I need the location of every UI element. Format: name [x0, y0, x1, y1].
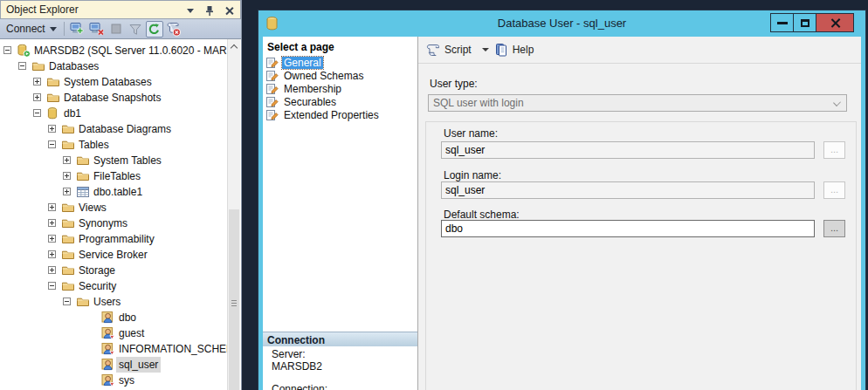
- tree-item-system-tables[interactable]: System Tables: [0, 153, 227, 168]
- connect-server-icon[interactable]: [69, 21, 86, 38]
- expand-icon[interactable]: [48, 219, 56, 227]
- close-button[interactable]: [816, 13, 854, 32]
- pin-icon[interactable]: [203, 4, 216, 17]
- tree-item-label: Tables: [76, 137, 112, 153]
- default-schema-field[interactable]: [441, 220, 815, 237]
- select-page-pane: Select a page GeneralOwned SchemasMember…: [263, 37, 418, 390]
- page-item-general[interactable]: General: [265, 56, 323, 69]
- tree-item-dbo-table1[interactable]: dbo.table1: [0, 184, 227, 200]
- page-item-owned-schemas[interactable]: Owned Schemas: [265, 69, 365, 82]
- tree-item-sql-user[interactable]: sql_user: [0, 357, 227, 373]
- collapse-icon[interactable]: [48, 140, 56, 148]
- tree-item-database-snapshots[interactable]: Database Snapshots: [0, 90, 227, 106]
- close-panel-icon[interactable]: [223, 4, 235, 17]
- help-button[interactable]: Help: [494, 43, 534, 57]
- expand-icon[interactable]: [48, 203, 56, 211]
- default-schema-browse-button[interactable]: ...: [823, 220, 845, 237]
- tree-item-label: Databases: [46, 58, 101, 74]
- login-name-field[interactable]: [441, 181, 815, 199]
- expand-icon[interactable]: [48, 235, 56, 243]
- tree-item-database-diagrams[interactable]: Database Diagrams: [0, 121, 227, 137]
- table-icon: [76, 185, 90, 199]
- user-type-combobox[interactable]: SQL user with login: [428, 94, 847, 112]
- expand-icon[interactable]: [48, 250, 56, 258]
- minimize-button[interactable]: [770, 13, 794, 32]
- folder-icon: [61, 216, 75, 230]
- connection-header: Connection: [263, 332, 417, 346]
- collapse-icon[interactable]: [3, 46, 11, 54]
- tree-item-filetables[interactable]: FileTables: [0, 168, 227, 184]
- folder-icon: [61, 279, 75, 293]
- user-type-label: User type:: [430, 78, 478, 90]
- page-item-membership[interactable]: Membership: [265, 82, 343, 95]
- select-page-header: Select a page: [263, 37, 417, 53]
- scroll-up-icon[interactable]: [228, 39, 240, 53]
- tree-item-label: sql_user: [116, 357, 161, 373]
- login-name-browse-button[interactable]: ...: [823, 181, 845, 199]
- user-name-field[interactable]: [441, 141, 815, 159]
- tree-item-db1[interactable]: db1: [0, 106, 227, 121]
- page-icon: [265, 96, 279, 108]
- tree-item-storage[interactable]: Storage: [0, 263, 227, 278]
- script-button[interactable]: Script: [425, 43, 472, 57]
- expand-icon[interactable]: [63, 172, 71, 180]
- expand-icon[interactable]: [48, 125, 56, 133]
- page-icon: [265, 70, 279, 82]
- tree-item-marsdb2-sql-server-11-0-6020-m[interactable]: MARSDB2 (SQL Server 11.0.6020 - MARSD: [0, 43, 227, 58]
- page-icon: [265, 109, 279, 121]
- tree-item-service-broker[interactable]: Service Broker: [0, 247, 227, 263]
- script-dropdown-icon[interactable]: [482, 48, 489, 51]
- tree-item-security[interactable]: Security: [0, 278, 227, 294]
- expand-icon[interactable]: [48, 266, 56, 274]
- tree-item-users[interactable]: Users: [0, 294, 227, 310]
- tree-item-label: System Databases: [61, 74, 155, 90]
- page-item-extended-properties[interactable]: Extended Properties: [265, 108, 381, 121]
- script-icon: [425, 43, 440, 57]
- expand-icon[interactable]: [63, 188, 71, 195]
- tree-scrollbar[interactable]: [227, 39, 240, 390]
- folder-icon: [61, 138, 75, 152]
- server-value: MARSDB2: [272, 360, 322, 373]
- tree-item-views[interactable]: Views: [0, 200, 227, 216]
- tree-item-label: dbo: [116, 310, 139, 325]
- server-icon: [17, 44, 31, 58]
- collapse-icon[interactable]: [48, 282, 56, 290]
- page-icon: [265, 83, 279, 95]
- connect-label: Connect: [6, 23, 45, 35]
- tree-item-label: sys: [116, 373, 137, 388]
- tree-item-tables[interactable]: Tables: [0, 137, 227, 153]
- user-fields-group: [425, 121, 857, 390]
- tree-item-label: INFORMATION_SCHEM: [116, 341, 227, 357]
- user-icon: [101, 311, 115, 325]
- tree-item-information-schem[interactable]: INFORMATION_SCHEM: [0, 341, 227, 357]
- tree-item-programmability[interactable]: Programmability: [0, 231, 227, 247]
- tree-item-guest[interactable]: guest: [0, 325, 227, 341]
- scrollbar-thumb[interactable]: [229, 209, 239, 390]
- tree-item-label: Security: [76, 278, 119, 294]
- collapse-icon[interactable]: [33, 109, 41, 117]
- expand-icon[interactable]: [63, 156, 71, 164]
- user-name-browse-button[interactable]: ...: [823, 141, 845, 159]
- window-position-icon[interactable]: [184, 4, 196, 17]
- tree-item-label: System Tables: [91, 153, 164, 168]
- dialog-titlebar[interactable]: Database User - sql_user: [258, 10, 865, 37]
- expand-icon[interactable]: [33, 93, 41, 101]
- tree-item-system-databases[interactable]: System Databases: [0, 74, 227, 90]
- maximize-button[interactable]: [793, 13, 816, 32]
- tree-item-sys[interactable]: sys: [0, 373, 227, 388]
- tree-item-synonyms[interactable]: Synonyms: [0, 216, 227, 231]
- connect-button[interactable]: Connect: [0, 19, 62, 38]
- filter-icon[interactable]: [127, 21, 144, 38]
- stop-icon[interactable]: [107, 21, 125, 38]
- tree-item-databases[interactable]: Databases: [0, 58, 227, 74]
- object-explorer-title: Object Explorer: [6, 3, 79, 16]
- collapse-icon[interactable]: [63, 298, 71, 305]
- disconnect-server-icon[interactable]: [88, 21, 106, 38]
- page-item-securables[interactable]: Securables: [265, 95, 338, 108]
- script-error-icon[interactable]: [165, 21, 183, 38]
- collapse-icon[interactable]: [18, 62, 26, 70]
- tree-item-dbo[interactable]: dbo: [0, 310, 227, 325]
- user-disabled-icon: [101, 342, 115, 356]
- expand-icon[interactable]: [33, 78, 41, 86]
- refresh-icon[interactable]: [146, 21, 163, 38]
